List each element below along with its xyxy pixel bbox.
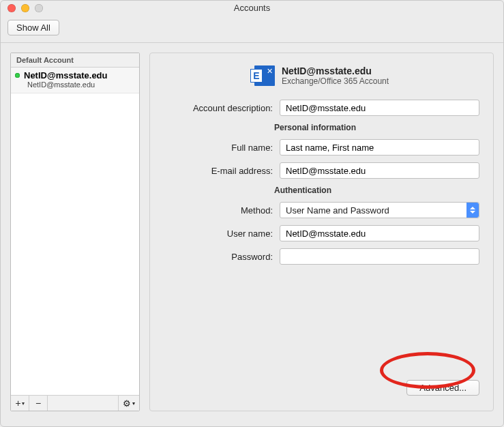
account-actions-button[interactable]: ⚙︎▾	[118, 396, 139, 411]
username-field[interactable]	[280, 225, 479, 241]
sidebar-footer-spacer	[48, 396, 118, 411]
window-title: Accounts	[234, 3, 270, 13]
account-header: NetID@msstate.edu Exchange/Office 365 Ac…	[164, 65, 479, 86]
advanced-button-area: Advanced...	[406, 380, 479, 396]
sidebar-header: Default Account	[11, 53, 139, 68]
toolbar: Show All	[1, 16, 503, 43]
exchange-icon	[254, 65, 275, 86]
status-dot-icon	[15, 73, 20, 78]
account-title: NetID@msstate.edu	[282, 65, 389, 76]
section-personal-info: Personal information	[274, 123, 479, 132]
accounts-window: Accounts Show All Default Account NetID@…	[0, 0, 504, 427]
accounts-sidebar: Default Account NetID@msstate.edu NetID@…	[10, 53, 140, 411]
email-field[interactable]	[280, 162, 479, 179]
sidebar-footer: +▾ − ⚙︎▾	[11, 395, 139, 411]
method-select-value: User Name and Password	[286, 205, 389, 216]
label-full-name: Full name:	[164, 143, 273, 153]
show-all-button[interactable]: Show All	[8, 20, 59, 35]
row-username: User name:	[164, 225, 479, 241]
sidebar-account-row[interactable]: NetID@msstate.edu NetID@msstate.edu	[11, 68, 139, 93]
label-account-description: Account description:	[164, 103, 273, 113]
sidebar-account-sub: NetID@msstate.edu	[15, 80, 135, 89]
add-account-button[interactable]: +▾	[11, 396, 29, 411]
titlebar: Accounts	[1, 1, 503, 16]
sidebar-body	[11, 93, 139, 395]
advanced-button[interactable]: Advanced...	[406, 380, 479, 396]
row-method: Method: User Name and Password	[164, 202, 479, 218]
minimize-window-icon[interactable]	[21, 4, 29, 12]
remove-account-button[interactable]: −	[29, 396, 48, 411]
row-email: E-mail address:	[164, 162, 479, 179]
close-window-icon[interactable]	[8, 4, 16, 12]
select-arrows-icon	[466, 203, 479, 218]
account-details-panel: NetID@msstate.edu Exchange/Office 365 Ac…	[149, 53, 494, 411]
content-area: Default Account NetID@msstate.edu NetID@…	[1, 43, 503, 421]
label-username: User name:	[164, 229, 273, 239]
gear-icon: ⚙︎	[123, 398, 131, 409]
label-password: Password:	[164, 252, 273, 262]
row-account-description: Account description:	[164, 100, 479, 116]
method-select[interactable]: User Name and Password	[280, 202, 479, 218]
section-authentication: Authentication	[274, 186, 479, 195]
chevron-down-icon: ▾	[22, 400, 25, 407]
password-field[interactable]	[280, 248, 479, 265]
label-email: E-mail address:	[164, 166, 273, 176]
full-name-field[interactable]	[280, 139, 479, 156]
sidebar-account-name: NetID@msstate.edu	[24, 70, 108, 80]
account-header-text: NetID@msstate.edu Exchange/Office 365 Ac…	[282, 65, 389, 86]
window-controls	[8, 4, 43, 12]
chevron-down-icon: ▾	[132, 400, 135, 407]
label-method: Method:	[164, 205, 273, 216]
zoom-window-icon[interactable]	[35, 4, 43, 12]
account-subtitle: Exchange/Office 365 Account	[282, 76, 389, 86]
row-full-name: Full name:	[164, 139, 479, 156]
plus-icon: +	[15, 398, 20, 409]
row-password: Password:	[164, 248, 479, 265]
account-description-field[interactable]	[280, 100, 479, 116]
